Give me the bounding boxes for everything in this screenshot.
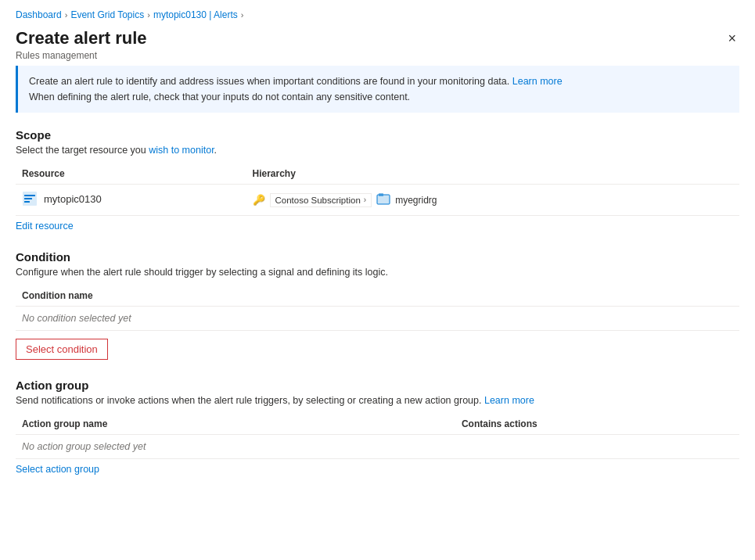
- breadcrumb-alerts[interactable]: mytopic0130 | Alerts: [153, 9, 238, 20]
- scope-title: Scope: [16, 128, 739, 142]
- action-group-name-header: Action group name: [16, 414, 455, 435]
- action-group-title: Action group: [16, 379, 739, 392]
- info-text-2: When defining the alert rule, check that…: [29, 92, 410, 102]
- key-icon: 🔑: [253, 194, 265, 206]
- subscription-label: Contoso Subscription: [275, 196, 361, 205]
- contains-actions-header: Contains actions: [455, 414, 739, 435]
- condition-table: Condition name No condition selected yet: [16, 285, 739, 331]
- select-condition-button[interactable]: Select condition: [16, 339, 108, 360]
- no-condition-text: No condition selected yet: [16, 307, 739, 331]
- action-group-description: Send notifications or invoke actions whe…: [16, 395, 739, 406]
- event-grid-icon: [22, 191, 38, 206]
- action-desc-text: Send notifications or invoke actions whe…: [16, 395, 481, 406]
- action-group-section: Action group Send notifications or invok…: [16, 379, 739, 475]
- action-group-row: No action group selected yet: [16, 435, 739, 459]
- learn-more-link-1[interactable]: Learn more: [512, 76, 563, 87]
- svg-rect-2: [24, 198, 32, 199]
- no-action-contains: [455, 435, 739, 459]
- resource-table: Resource Hierarchy: [16, 163, 739, 216]
- action-learn-more-link[interactable]: Learn more: [484, 395, 534, 406]
- header: Create alert rule Rules management ×: [0, 25, 755, 66]
- resource-name: mytopic0130: [44, 193, 102, 205]
- condition-section: Condition Configure when the alert rule …: [16, 250, 739, 360]
- hierarchy-cell: 🔑 Contoso Subscription ›: [253, 192, 734, 208]
- sep-2: ›: [147, 10, 150, 20]
- scope-description: Select the target resource you wish to m…: [16, 145, 739, 156]
- close-button[interactable]: ×: [724, 28, 739, 48]
- no-action-text: No action group selected yet: [16, 435, 455, 459]
- subtitle: Rules management: [16, 50, 147, 61]
- hierarchy-col-header: Hierarchy: [246, 163, 740, 185]
- edit-resource-link[interactable]: Edit resource: [16, 221, 74, 232]
- info-text-1: Create an alert rule to identify and add…: [29, 76, 509, 87]
- condition-description: Configure when the alert rule should tri…: [16, 267, 739, 278]
- sep-1: ›: [65, 10, 68, 20]
- page-container: Dashboard › Event Grid Topics › mytopic0…: [0, 0, 755, 560]
- select-action-group-link[interactable]: Select action group: [16, 464, 99, 475]
- chevron-icon: ›: [364, 196, 366, 204]
- breadcrumb-event-grid-topics[interactable]: Event Grid Topics: [70, 9, 144, 20]
- resource-group-name: myegridrg: [395, 195, 437, 206]
- svg-rect-3: [24, 201, 30, 203]
- sep-3: ›: [241, 10, 244, 20]
- scope-desc-text: Select the target resource you: [16, 145, 149, 156]
- main-content: Create an alert rule to identify and add…: [0, 66, 755, 560]
- svg-rect-6: [379, 193, 383, 196]
- condition-title: Condition: [16, 250, 739, 264]
- resource-row: mytopic0130 🔑 Contoso Subscription ›: [16, 185, 739, 216]
- svg-rect-1: [24, 195, 35, 196]
- header-left: Create alert rule Rules management: [16, 28, 147, 61]
- info-box: Create an alert rule to identify and add…: [16, 66, 739, 113]
- resource-group-icon: [376, 192, 390, 208]
- resource-col-header: Resource: [16, 163, 246, 185]
- scope-section: Scope Select the target resource you wis…: [16, 128, 739, 232]
- wish-monitor-link[interactable]: wish to monitor: [149, 145, 214, 156]
- page-title: Create alert rule: [16, 28, 147, 48]
- breadcrumb-dashboard[interactable]: Dashboard: [16, 9, 62, 20]
- condition-col-header: Condition name: [16, 285, 739, 307]
- resource-icon-cell: mytopic0130: [22, 191, 102, 206]
- breadcrumb: Dashboard › Event Grid Topics › mytopic0…: [0, 0, 755, 25]
- scope-desc-end: .: [214, 145, 217, 156]
- action-table: Action group name Contains actions No ac…: [16, 414, 739, 459]
- subscription-pill: Contoso Subscription ›: [270, 193, 372, 207]
- condition-row: No condition selected yet: [16, 307, 739, 331]
